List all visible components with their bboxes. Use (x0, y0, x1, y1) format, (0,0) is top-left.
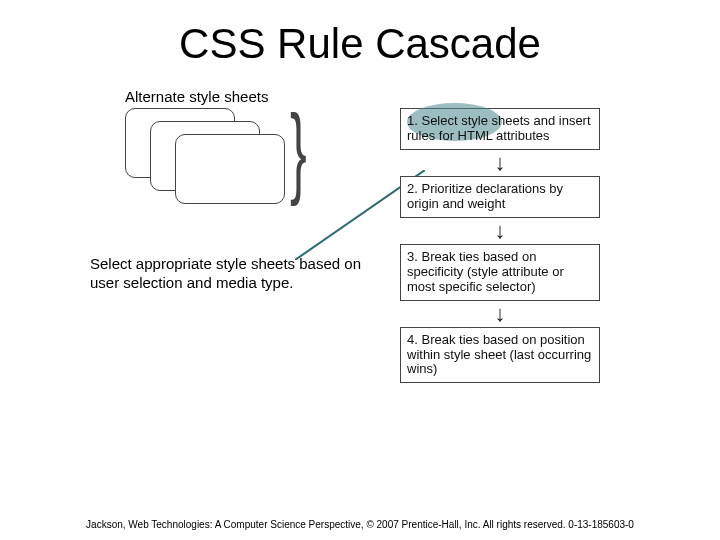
arrow-down-icon: ↓ (400, 220, 600, 242)
step-text: Break ties based on position within styl… (407, 332, 591, 377)
step-3: 3. Break ties based on specificity (styl… (400, 244, 600, 301)
step-number: 1. (407, 113, 418, 128)
step-1: 1. Select style sheets and insert rules … (400, 108, 600, 150)
arrow-down-icon: ↓ (400, 152, 600, 174)
page-title: CSS Rule Cascade (0, 20, 720, 68)
stylesheet-card (175, 134, 285, 204)
alt-stylesheets-label: Alternate style sheets (125, 88, 268, 105)
step-4: 4. Break ties based on position within s… (400, 327, 600, 384)
step-number: 2. (407, 181, 418, 196)
brace-icon: } (290, 100, 307, 200)
cascade-flow: 1. Select style sheets and insert rules … (400, 108, 600, 383)
step-text: Select style sheets and insert rules for… (407, 113, 591, 143)
arrow-down-icon: ↓ (400, 303, 600, 325)
footer-citation: Jackson, Web Technologies: A Computer Sc… (0, 519, 720, 530)
step-2: 2. Prioritize declarations by origin and… (400, 176, 600, 218)
stylesheet-stack-icon (125, 108, 305, 208)
callout-text: Select appropriate style sheets based on… (90, 255, 380, 293)
step-text: Prioritize declarations by origin and we… (407, 181, 563, 211)
step-text: Break ties based on specificity (style a… (407, 249, 564, 294)
step-number: 3. (407, 249, 418, 264)
step-number: 4. (407, 332, 418, 347)
